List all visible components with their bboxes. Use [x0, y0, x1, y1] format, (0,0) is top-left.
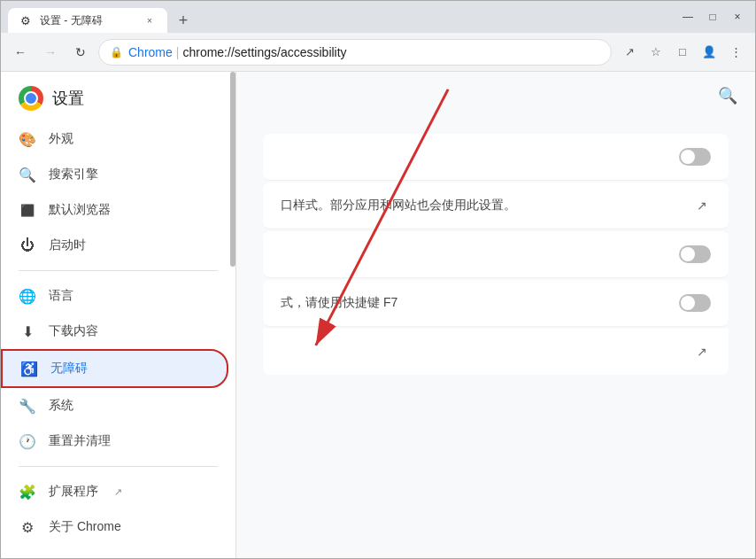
toolbar: ← → ↻ 🔒 Chrome|chrome://settings/accessi… — [1, 33, 755, 72]
external-link-1[interactable]: ↗ — [693, 197, 711, 214]
sidebar-item-default-browser[interactable]: ⬛ 默认浏览器 — [1, 192, 235, 228]
sidebar-label-system: 系统 — [49, 398, 73, 414]
content-row-3 — [263, 231, 729, 278]
sidebar-label-search: 搜索引擎 — [49, 167, 98, 182]
new-tab-button[interactable]: + — [171, 8, 196, 33]
separator-text: | — [176, 45, 180, 59]
profile-icon[interactable]: 👤 — [697, 40, 721, 65]
tab-close-button[interactable]: × — [143, 13, 157, 27]
toggle-2[interactable] — [679, 245, 711, 263]
content-row-4: 式，请使用快捷键 F7 — [263, 280, 729, 327]
default-browser-icon: ⬛ — [19, 201, 36, 219]
sidebar-label-downloads: 下载内容 — [49, 323, 98, 339]
content-area: 🔍 口样式。部分应用和网站也会使用此设置。 ↗ — [236, 72, 755, 558]
sidebar-label-startup: 启动时 — [49, 237, 86, 253]
sidebar-header: 设置 — [1, 72, 235, 121]
url-text: Chrome|chrome://settings/accessibility — [128, 45, 347, 59]
bookmark-icon[interactable]: ☆ — [644, 40, 668, 65]
toggle-3[interactable] — [679, 294, 711, 312]
extensions-external-icon: ↗ — [114, 486, 122, 498]
window-controls: — □ × — [677, 6, 748, 27]
system-icon: 🔧 — [19, 397, 36, 415]
appearance-icon: 🎨 — [19, 130, 36, 148]
chrome-logo — [19, 86, 43, 111]
sidebar-divider-2 — [19, 466, 218, 467]
sidebar-item-accessibility[interactable]: ♿ 无障碍 — [1, 349, 228, 388]
search-engine-icon: 🔍 — [19, 166, 36, 183]
sidebar-scrollbar[interactable] — [230, 72, 235, 558]
tab-area: ⚙ 设置 - 无障碍 × + — [8, 1, 677, 33]
toggle-1[interactable] — [679, 148, 711, 166]
sidebar-label-extensions: 扩展程序 — [49, 484, 98, 500]
extensions-icon: 🧩 — [19, 483, 36, 501]
external-link-2[interactable]: ↗ — [693, 343, 711, 361]
lock-icon: 🔒 — [110, 46, 123, 58]
titlebar: ⚙ 设置 - 无障碍 × + — □ × — [1, 1, 755, 33]
sidebar-label-accessibility: 无障碍 — [50, 361, 88, 377]
refresh-button[interactable]: ↻ — [68, 40, 93, 65]
sidebar-item-language[interactable]: 🌐 语言 — [1, 278, 235, 314]
sidebar-item-appearance[interactable]: 🎨 外观 — [1, 121, 235, 157]
sidebar-item-reset[interactable]: 🕐 重置并清理 — [1, 423, 235, 459]
tab-title: 设置 - 无障碍 — [40, 13, 135, 28]
brand-text: Chrome — [128, 45, 173, 59]
sidebar-label-language: 语言 — [49, 288, 73, 304]
sidebar-title: 设置 — [52, 88, 84, 109]
sidebar-item-system[interactable]: 🔧 系统 — [1, 388, 235, 423]
tab-search-icon[interactable]: □ — [670, 40, 695, 65]
content-text-2: 口样式。部分应用和网站也会使用此设置。 — [281, 198, 693, 214]
active-tab[interactable]: ⚙ 设置 - 无障碍 × — [8, 8, 167, 33]
content-row-2: 口样式。部分应用和网站也会使用此设置。 ↗ — [263, 182, 729, 229]
browser-window: ⚙ 设置 - 无障碍 × + — □ × ← → ↻ 🔒 Chrome|chro… — [0, 0, 756, 559]
sidebar: 设置 🎨 外观 🔍 搜索引擎 ⬛ 默认浏览器 ⏻ 启动时 🌐 语言 — [1, 72, 236, 558]
sidebar-label-appearance: 外观 — [49, 131, 73, 147]
address-bar[interactable]: 🔒 Chrome|chrome://settings/accessibility — [98, 39, 612, 66]
accessibility-icon: ♿ — [20, 360, 38, 377]
reset-icon: 🕐 — [19, 432, 36, 450]
sidebar-item-extensions[interactable]: 🧩 扩展程序 ↗ — [1, 474, 235, 509]
maximize-button[interactable]: □ — [702, 6, 723, 27]
startup-icon: ⏻ — [19, 237, 36, 254]
sidebar-divider-1 — [19, 270, 218, 271]
sidebar-scrollbar-thumb — [230, 72, 235, 267]
content-search-icon[interactable]: 🔍 — [718, 86, 737, 105]
content-row-1 — [263, 134, 729, 181]
sidebar-item-startup[interactable]: ⏻ 启动时 — [1, 228, 235, 263]
close-button[interactable]: × — [727, 6, 748, 27]
minimize-button[interactable]: — — [677, 6, 698, 27]
language-icon: 🌐 — [19, 287, 36, 305]
sidebar-label-default-browser: 默认浏览器 — [49, 202, 111, 218]
tab-favicon: ⚙ — [19, 13, 33, 27]
share-icon[interactable]: ↗ — [617, 40, 642, 65]
sidebar-item-downloads[interactable]: ⬇ 下载内容 — [1, 314, 235, 349]
back-button[interactable]: ← — [8, 40, 33, 65]
forward-button[interactable]: → — [38, 40, 63, 65]
content-row-5: ↗ — [263, 329, 729, 375]
downloads-icon: ⬇ — [19, 322, 36, 340]
menu-icon[interactable]: ⋮ — [723, 40, 748, 65]
sidebar-label-reset: 重置并清理 — [49, 433, 111, 449]
sidebar-item-about[interactable]: ⚙ 关于 Chrome — [1, 509, 235, 545]
url-path: chrome://settings/accessibility — [182, 45, 346, 59]
toolbar-icons: ↗ ☆ □ 👤 ⋮ — [617, 40, 748, 65]
main-area: 设置 🎨 外观 🔍 搜索引擎 ⬛ 默认浏览器 ⏻ 启动时 🌐 语言 — [1, 72, 755, 558]
sidebar-label-about: 关于 Chrome — [49, 519, 121, 535]
content-text-4: 式，请使用快捷键 F7 — [281, 295, 679, 311]
sidebar-item-search[interactable]: 🔍 搜索引擎 — [1, 157, 235, 192]
about-icon: ⚙ — [19, 518, 36, 536]
